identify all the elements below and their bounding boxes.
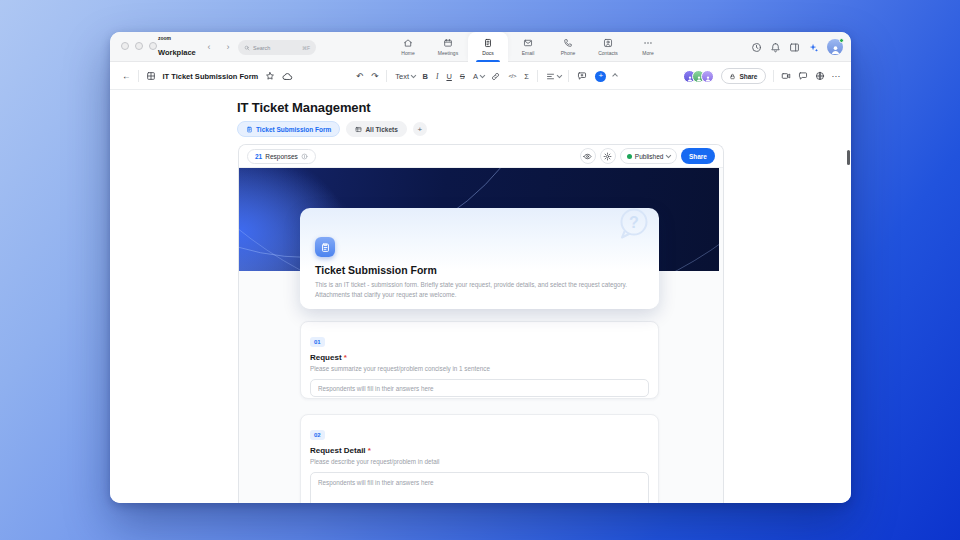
divider xyxy=(537,70,538,82)
svg-text:?: ? xyxy=(629,214,639,231)
add-tab-button[interactable]: + xyxy=(413,122,427,136)
nav-tab-docs[interactable]: Docs xyxy=(468,32,508,62)
collaborator-avatars[interactable] xyxy=(683,70,714,83)
comment-icon[interactable] xyxy=(577,71,587,81)
titlebar-right-controls xyxy=(751,32,843,62)
tab-label: All Tickets xyxy=(365,126,397,133)
more-options-button[interactable]: ⋯ xyxy=(832,71,841,81)
history-clock-icon[interactable] xyxy=(751,42,762,53)
window-controls xyxy=(121,42,157,50)
divider xyxy=(138,70,139,82)
lock-icon xyxy=(729,73,736,80)
logo-zoom-text: zoom xyxy=(158,36,196,41)
responses-button[interactable]: 21 Responses xyxy=(247,149,316,164)
nav-tab-meetings[interactable]: Meetings xyxy=(428,32,468,62)
toolbar-right-group: Share ⋯ xyxy=(683,62,840,90)
minimize-window-button[interactable] xyxy=(135,42,143,50)
chat-bubble-icon[interactable] xyxy=(798,71,808,81)
question-helper-text: Please summarize your request/problem co… xyxy=(310,365,649,372)
ai-companion-sparkle-icon[interactable] xyxy=(808,42,819,53)
doc-share-button[interactable]: Share xyxy=(721,68,765,84)
global-search-input[interactable]: Search ⌘F xyxy=(238,40,316,55)
form-settings-button[interactable] xyxy=(600,148,616,164)
collapse-toolbar-button[interactable] xyxy=(613,74,618,79)
form-title: Ticket Submission Form xyxy=(315,264,437,276)
cloud-saved-icon[interactable] xyxy=(282,71,293,82)
page-title: IT Ticket Management xyxy=(237,100,371,115)
maximize-window-button[interactable] xyxy=(149,42,157,50)
redo-button[interactable]: ↷ xyxy=(371,71,378,81)
nav-tab-phone[interactable]: Phone xyxy=(548,32,588,62)
form-preview-frame: 21 Responses Published xyxy=(238,144,724,503)
question-title: Request Detail * xyxy=(310,446,649,455)
scrollbar-thumb[interactable] xyxy=(847,150,850,165)
chevron-down-icon xyxy=(666,153,671,158)
globe-icon[interactable] xyxy=(815,71,825,81)
user-avatar[interactable] xyxy=(827,39,843,55)
nav-label: Home xyxy=(401,50,414,56)
font-color-dropdown[interactable]: A xyxy=(473,72,484,81)
history-forward-button[interactable]: › xyxy=(221,40,235,54)
docs-icon xyxy=(483,38,493,48)
nav-label: Docs xyxy=(482,50,493,56)
zoom-workplace-window: zoom Workplace ‹ › Search ⌘F Home Meetin… xyxy=(110,32,851,503)
nav-label: More xyxy=(642,50,653,56)
close-window-button[interactable] xyxy=(121,42,129,50)
chevron-down-icon xyxy=(411,73,416,78)
collaborator-avatar xyxy=(701,70,714,83)
zoom-workplace-logo: zoom Workplace xyxy=(158,36,196,58)
desktop-background: zoom Workplace ‹ › Search ⌘F Home Meetin… xyxy=(0,0,960,540)
preview-eye-button[interactable] xyxy=(580,148,596,164)
gear-icon xyxy=(603,152,612,161)
alignment-dropdown[interactable] xyxy=(546,72,561,81)
answer-input[interactable] xyxy=(310,379,649,397)
nav-tab-email[interactable]: Email xyxy=(508,32,548,62)
online-status-dot xyxy=(839,38,844,43)
undo-button[interactable]: ↶ xyxy=(356,71,363,81)
form-share-button[interactable]: Share xyxy=(681,148,715,164)
align-left-icon xyxy=(546,72,555,81)
docs-home-grid-icon[interactable] xyxy=(146,71,156,81)
eye-icon xyxy=(583,152,592,161)
divider xyxy=(568,70,569,82)
formula-button[interactable]: Σ xyxy=(524,72,529,81)
bold-button[interactable]: B xyxy=(423,72,428,81)
answer-textarea[interactable] xyxy=(310,472,649,503)
text-style-dropdown[interactable]: Text xyxy=(395,72,414,81)
question-number-badge: 02 xyxy=(310,430,325,440)
search-shortcut: ⌘F xyxy=(302,45,310,51)
table-icon xyxy=(355,126,362,133)
form-actions: Published Share xyxy=(580,148,715,164)
code-block-button[interactable]: </> xyxy=(508,73,516,79)
nav-label: Phone xyxy=(561,50,575,56)
logo-workplace-text: Workplace xyxy=(158,48,196,57)
nav-tab-home[interactable]: Home xyxy=(388,32,428,62)
form-icon xyxy=(246,126,253,133)
published-label: Published xyxy=(635,153,664,160)
search-icon xyxy=(244,45,250,51)
info-icon xyxy=(301,153,308,160)
calendar-icon xyxy=(443,38,453,48)
back-button[interactable]: ← xyxy=(122,71,131,81)
contacts-icon xyxy=(603,38,613,48)
nav-label: Email xyxy=(522,50,535,56)
underline-button[interactable]: U xyxy=(446,72,451,81)
history-back-button[interactable]: ‹ xyxy=(202,40,216,54)
sidebar-panel-icon[interactable] xyxy=(789,42,800,53)
nav-tab-more[interactable]: More xyxy=(628,32,668,62)
tab-all-tickets[interactable]: All Tickets xyxy=(346,121,406,137)
notifications-bell-icon[interactable] xyxy=(770,42,781,53)
italic-button[interactable]: I xyxy=(436,72,439,81)
question-card-2: 02 Request Detail * Please describe your… xyxy=(300,414,659,503)
required-asterisk: * xyxy=(344,353,347,362)
insert-block-button[interactable]: + xyxy=(595,71,606,82)
video-camera-icon[interactable] xyxy=(781,71,791,81)
publish-status-dropdown[interactable]: Published xyxy=(620,148,677,164)
nav-tab-contacts[interactable]: Contacts xyxy=(588,32,628,62)
tab-ticket-submission-form[interactable]: Ticket Submission Form xyxy=(237,121,340,137)
link-icon[interactable] xyxy=(491,72,500,81)
question-helper-text: Please describe your request/problem in … xyxy=(310,458,649,465)
favorite-star-icon[interactable] xyxy=(265,71,275,81)
strikethrough-button[interactable]: S xyxy=(460,72,465,81)
question-number-badge: 01 xyxy=(310,337,325,347)
